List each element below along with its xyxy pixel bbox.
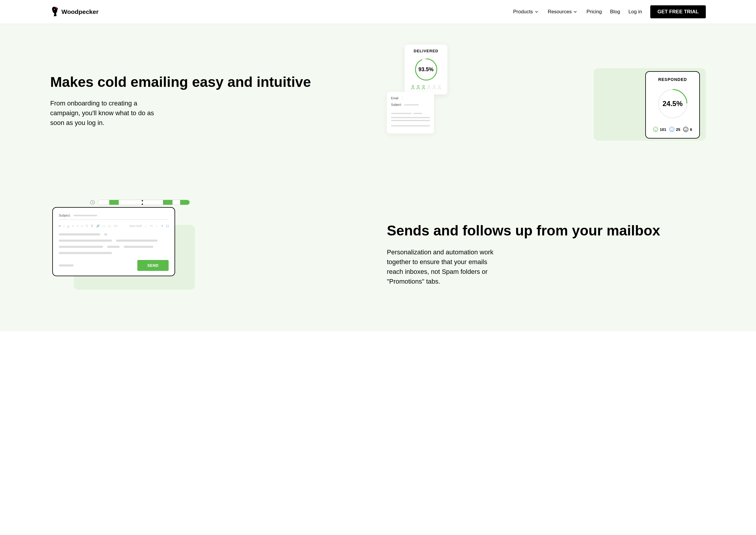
sad-count: 6 — [690, 127, 692, 132]
font-selector: Sans Serif — [129, 225, 142, 227]
email-label: Email — [391, 97, 398, 100]
section-visual: ▼▲ Subject: B I U ≡ ≡ ≡ ☰ — [50, 198, 369, 310]
section-text: Makes cold emailing easy and intuitive F… — [50, 74, 369, 127]
variables-icon: { } — [166, 225, 169, 227]
person-icon — [427, 85, 431, 90]
people-icons — [408, 85, 445, 90]
image-icon: ▢ — [102, 225, 105, 227]
chevron-down-icon: ⌄ — [156, 225, 158, 227]
nav-resources-label: Resources — [548, 9, 572, 15]
menu-dots-icon: ⋮ — [401, 96, 404, 100]
section-mailbox: ▼▲ Subject: B I U ≡ ≡ ≡ ☰ — [0, 178, 756, 331]
body-placeholder — [59, 233, 169, 254]
delivered-percent: 93.5% — [418, 67, 434, 73]
section-text: Sends and follows up from your mailbox P… — [387, 222, 706, 286]
responded-label: RESPONDED — [649, 77, 696, 82]
responded-percent: 24.5% — [662, 99, 683, 108]
track-segment — [163, 200, 173, 205]
svg-point-4 — [417, 85, 419, 87]
placeholder-bar — [59, 233, 100, 236]
nav-products-label: Products — [513, 9, 533, 15]
card-email-compose: Email ⋮ Subject: — [387, 92, 434, 133]
person-icon — [437, 85, 442, 90]
nav-login[interactable]: Log in — [629, 9, 642, 15]
responded-donut: 24.5% — [657, 88, 689, 120]
preview-icon: 👁 — [161, 225, 164, 227]
subject-label: Subject: — [391, 103, 402, 106]
svg-point-20 — [686, 128, 687, 129]
svg-point-19 — [685, 128, 685, 129]
text-size-icon: Tт — [150, 225, 153, 227]
person-icon — [432, 85, 436, 90]
placeholder-bar — [391, 117, 430, 118]
placeholder-bar — [59, 252, 112, 254]
section-description: Personalization and automation work toge… — [387, 247, 505, 286]
list-icon: ☰ — [86, 225, 88, 227]
nav-products[interactable]: Products — [513, 9, 538, 15]
placeholder-bar — [116, 239, 157, 242]
subject-label: Subject: — [59, 213, 70, 217]
svg-point-16 — [672, 128, 673, 129]
placeholder-bar — [404, 104, 419, 105]
section-title: Makes cold emailing easy and intuitive — [50, 74, 369, 90]
placeholder-bar — [73, 215, 97, 216]
neutral-face-icon — [669, 127, 674, 132]
nav-blog[interactable]: Blog — [610, 9, 620, 15]
bold-icon: B — [59, 225, 61, 227]
site-header: Woodpecker Products Resources Pricing Bl… — [0, 0, 756, 24]
happy-face-icon — [653, 127, 658, 132]
align-icon: ≡ — [81, 225, 83, 227]
section-cold-emailing: Makes cold emailing easy and intuitive F… — [0, 24, 756, 178]
align-icon: ≡ — [72, 225, 74, 227]
brand-name: Woodpecker — [62, 8, 99, 15]
svg-point-6 — [428, 85, 430, 87]
svg-point-18 — [683, 127, 688, 132]
person-icon — [411, 85, 415, 90]
delivered-label: DELIVERED — [408, 49, 445, 53]
person-icon — [421, 85, 425, 90]
cta-free-trial-button[interactable]: GET FREE TRIAL — [650, 5, 706, 18]
italic-icon: I — [64, 225, 65, 227]
placeholder-bar — [59, 239, 112, 242]
nav-resources[interactable]: Resources — [548, 9, 577, 15]
nav-pricing[interactable]: Pricing — [586, 9, 602, 15]
track-segment — [109, 200, 119, 205]
svg-point-12 — [654, 128, 655, 129]
placeholder-bar — [59, 265, 73, 267]
placeholder-bar — [391, 113, 412, 114]
send-button[interactable]: SEND — [137, 260, 169, 271]
card-responded: RESPONDED 24.5% 101 25 — [645, 71, 700, 139]
align-icon: ≡ — [77, 225, 78, 227]
card-delivered: DELIVERED 93.5% — [405, 44, 447, 95]
nav-right: Pricing Blog Log in GET FREE TRIAL — [586, 5, 706, 18]
chevron-down-icon — [535, 10, 538, 14]
placeholder-bar — [391, 120, 430, 121]
sentiment-row: 101 25 6 — [649, 127, 696, 132]
timeline: ▼▲ — [90, 200, 189, 205]
delivered-donut: 93.5% — [414, 57, 438, 82]
main-content: Makes cold emailing easy and intuitive F… — [0, 24, 756, 331]
link-icon: 🔗 — [96, 225, 99, 227]
placeholder-bar — [124, 246, 153, 248]
svg-point-7 — [433, 85, 435, 87]
placeholder-bar — [59, 246, 103, 248]
happy-count: 101 — [660, 127, 666, 132]
timeline-track: ▼▲ — [98, 200, 189, 205]
placeholder-bar — [391, 125, 430, 127]
image-icon: ▢ — [108, 225, 111, 227]
woodpecker-icon — [50, 6, 59, 17]
section-description: From onboarding to creating a campaign, … — [50, 99, 168, 127]
compose-card: Subject: B I U ≡ ≡ ≡ ☰ ≣ 🔗 ▢ ▢ </> Sans — [52, 207, 175, 276]
svg-point-13 — [656, 128, 657, 129]
neutral-count: 25 — [676, 127, 680, 132]
placeholder-bar — [107, 246, 120, 248]
section-title: Sends and follows up from your mailbox — [387, 222, 706, 239]
underline-icon: U — [67, 225, 69, 227]
svg-point-5 — [422, 85, 424, 87]
section-visual: DELIVERED 93.5% — [387, 44, 706, 157]
format-toolbar: B I U ≡ ≡ ≡ ☰ ≣ 🔗 ▢ ▢ </> Sans Serif ⌄ T… — [59, 225, 169, 227]
chevron-down-icon: ⌄ — [145, 225, 147, 227]
sad-face-icon — [683, 127, 688, 132]
svg-point-11 — [653, 127, 658, 132]
brand-logo[interactable]: Woodpecker — [50, 6, 99, 17]
